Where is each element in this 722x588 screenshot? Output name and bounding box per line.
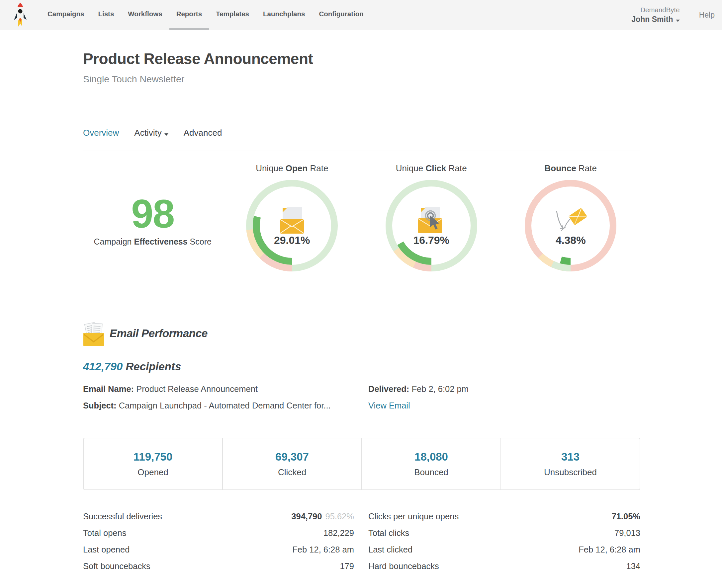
menu-item-campaigns[interactable]: Campaigns: [41, 0, 91, 30]
stat-label: Bounced: [414, 467, 448, 478]
account-user: John Smith: [631, 14, 680, 24]
detail-label: Successful deliveries: [83, 512, 162, 521]
envelope-bounce-icon: [553, 208, 588, 237]
detail-row: Hard bouncebacks 134: [368, 562, 640, 571]
menu-item-reports[interactable]: Reports: [169, 0, 209, 30]
detail-value: 394,79095.62%: [291, 512, 354, 521]
gauge-unique-click-rate: Unique Click Rate 16.79%: [362, 163, 501, 272]
menu-item-configuration[interactable]: Configuration: [312, 0, 370, 30]
detail-value: 179: [340, 562, 354, 571]
detail-label: Total clicks: [368, 528, 409, 538]
recipients-line: 412,790 Recipients: [83, 360, 640, 373]
stat-value: 119,750: [134, 450, 172, 463]
detail-row: Total clicks 79,013: [368, 528, 640, 538]
detail-label: Total opens: [83, 528, 126, 538]
detail-value: 182,229: [323, 528, 354, 538]
gauge-title: Bounce Rate: [501, 163, 641, 179]
stat-label: Clicked: [278, 467, 306, 478]
email-stack-icon: [83, 320, 104, 346]
gauge-value: 16.79%: [385, 234, 478, 247]
detail-label: Hard bouncebacks: [368, 562, 439, 571]
gauge-title: Unique Open Rate: [222, 163, 362, 179]
metrics-row: 98 Campaign Effectiveness Score Unique O…: [83, 163, 640, 272]
top-nav: CampaignsListsWorkflowsReportsTemplatesL…: [0, 0, 722, 30]
detail-value: 71.05%: [612, 512, 641, 521]
gauge-unique-open-rate: Unique Open Rate 29.01%: [222, 163, 362, 272]
stat-box-clicked: 69,307 Clicked: [223, 438, 362, 489]
main-menu: CampaignsListsWorkflowsReportsTemplatesL…: [41, 0, 370, 30]
chevron-down-icon: [164, 133, 168, 136]
tab-activity[interactable]: Activity: [134, 128, 168, 138]
menu-item-lists[interactable]: Lists: [91, 0, 121, 30]
email-fields: Email Name: Product Release Announcement…: [83, 384, 640, 411]
score-value: 98: [83, 194, 222, 234]
detail-value: Feb 12, 6:28 am: [292, 545, 354, 554]
detail-label: Soft bouncebacks: [83, 562, 151, 571]
tab-overview[interactable]: Overview: [83, 128, 119, 138]
view-email-link[interactable]: View Email: [368, 401, 410, 410]
detail-row: Last clicked Feb 12, 6:28 am: [368, 545, 640, 554]
help-link[interactable]: Help: [699, 10, 715, 20]
subject-field: Subject: Campaign Launchpad - Automated …: [83, 401, 368, 411]
gauge-value: 4.38%: [524, 234, 617, 247]
detail-value: 79,013: [615, 528, 640, 538]
menu-item-templates[interactable]: Templates: [209, 0, 256, 30]
gauge-bounce-rate: Bounce Rate 4.38%: [501, 163, 641, 272]
detail-label: Clicks per unique opens: [368, 512, 459, 521]
score-label: Campaign Effectiveness Score: [83, 237, 222, 247]
detail-row: Soft bouncebacks 179: [83, 562, 354, 571]
page-title: Product Release Announcement: [83, 50, 640, 68]
gauge-value: 29.01%: [245, 234, 338, 247]
menu-item-launchplans[interactable]: Launchplans: [256, 0, 312, 30]
detail-row: Last opened Feb 12, 6:28 am: [83, 545, 354, 554]
stat-box-bounced: 18,080 Bounced: [362, 438, 501, 489]
envelope-click-icon: [416, 204, 447, 237]
email-performance-header: Email Performance: [83, 320, 640, 346]
detail-row: Total opens 182,229: [83, 528, 354, 538]
gauge-title: Unique Click Rate: [362, 163, 501, 179]
stat-box-unsubscribed: 313 Unsubscribed: [501, 438, 640, 489]
stat-value: 69,307: [275, 450, 309, 463]
stat-value: 18,080: [415, 450, 448, 463]
recipients-count: 412,790: [83, 360, 123, 373]
account-menu[interactable]: DemandByte John Smith: [631, 5, 680, 25]
detail-label: Last opened: [83, 545, 129, 554]
detail-value: Feb 12, 6:28 am: [579, 545, 640, 554]
section-title: Email Performance: [109, 327, 207, 340]
detail-stats: Successful deliveries 394,79095.62%Total…: [83, 512, 640, 578]
detail-row: Successful deliveries 394,79095.62%: [83, 512, 354, 521]
stat-value: 313: [561, 450, 580, 463]
stat-box-opened: 119,750 Opened: [84, 438, 223, 489]
delivered-field: Delivered: Feb 2, 6:02 pm: [368, 384, 640, 394]
report-tabs: OverviewActivityAdvanced: [83, 128, 640, 138]
rocket-icon: [13, 3, 27, 27]
email-name-field: Email Name: Product Release Announcement: [83, 384, 368, 394]
detail-row: Clicks per unique opens 71.05%: [368, 512, 640, 521]
page-subtitle: Single Touch Newsletter: [83, 74, 640, 85]
menu-item-workflows[interactable]: Workflows: [121, 0, 169, 30]
detail-value: 134: [626, 562, 640, 571]
tab-advanced[interactable]: Advanced: [184, 128, 222, 138]
detail-label: Last clicked: [368, 545, 413, 554]
stat-label: Opened: [138, 467, 168, 478]
account-company: DemandByte: [631, 5, 680, 15]
tabs-divider: [83, 151, 640, 151]
rocket-logo[interactable]: [0, 0, 41, 30]
campaign-effectiveness-score: 98 Campaign Effectiveness Score: [83, 163, 222, 272]
stat-boxes: 119,750 Opened69,307 Clicked18,080 Bounc…: [83, 438, 640, 490]
envelope-open-icon: [276, 204, 308, 237]
stat-label: Unsubscribed: [544, 467, 597, 478]
chevron-down-icon: [676, 20, 680, 22]
